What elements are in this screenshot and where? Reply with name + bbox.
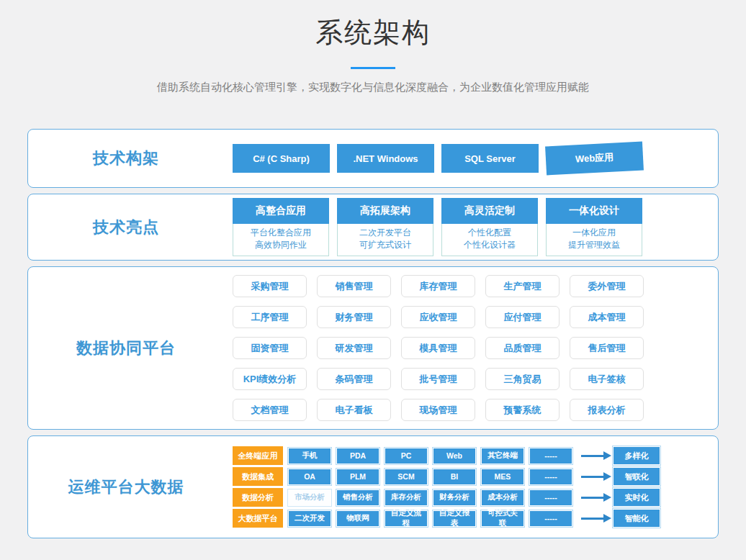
ops-rows: 全终端应用 手机 PDA PC Web 其它终端 ----- 多样化 数据集成 … xyxy=(233,446,660,528)
page-header: 系统架构 借助系统自动化核心管理引擎，实现数字化与信息化深度融合，为企业数值化管… xyxy=(0,0,746,94)
module-button[interactable]: 研发管理 xyxy=(317,337,391,359)
ops-item-button[interactable]: 销售分析 xyxy=(336,489,379,506)
ops-item-button[interactable]: 财务分析 xyxy=(433,489,476,506)
ops-item-button[interactable]: 二次开发 xyxy=(288,510,331,527)
page-subtitle: 借助系统自动化核心管理引擎，实现数字化与信息化深度融合，为企业数值化管理应用赋能 xyxy=(0,81,746,94)
ops-result-button[interactable]: 多样化 xyxy=(613,446,660,465)
ops-item-button[interactable]: 库存分析 xyxy=(385,489,428,506)
ops-item-button[interactable]: 成本分析 xyxy=(481,489,524,506)
right-arrow-icon xyxy=(581,476,604,478)
ops-category-label: 大数据平台 xyxy=(233,509,283,528)
title-underline xyxy=(351,67,395,69)
highlight-line: 个性化设计器 xyxy=(442,239,537,251)
highlight-card: 高灵活定制 个性化配置 个性化设计器 xyxy=(441,198,538,256)
highlight-line: 可扩充式设计 xyxy=(338,239,433,251)
module-button[interactable]: 委外管理 xyxy=(570,275,644,297)
ops-row-bigdata: 大数据平台 二次开发 物联网 自定义流程 自定义报表 可控式关联 ----- 智… xyxy=(233,509,660,528)
ops-row-integration: 数据集成 OA PLM SCM BI MES ----- 智联化 xyxy=(233,467,660,486)
module-button[interactable]: 现场管理 xyxy=(401,399,475,421)
section-highlights-label: 技术亮点 xyxy=(28,194,224,260)
sections: 技术构架 C# (C Sharp) .NET Windows SQL Serve… xyxy=(0,129,746,538)
module-button[interactable]: 品质管理 xyxy=(485,337,560,359)
module-grid-wrap: 采购管理 销售管理 库存管理 生产管理 委外管理 工序管理 财务管理 应收管理 … xyxy=(224,267,718,429)
highlight-card-body: 二次开发平台 可扩充式设计 xyxy=(337,224,433,256)
module-button[interactable]: 采购管理 xyxy=(233,275,307,297)
module-grid: 采购管理 销售管理 库存管理 生产管理 委外管理 工序管理 财务管理 应收管理 … xyxy=(233,275,644,421)
ops-item-button[interactable]: 其它终端 xyxy=(481,448,524,464)
section-tech-stack-label: 技术构架 xyxy=(28,130,224,187)
module-button[interactable]: 文档管理 xyxy=(233,399,307,421)
ops-row-terminals: 全终端应用 手机 PDA PC Web 其它终端 ----- 多样化 xyxy=(233,446,660,465)
tech-button-web[interactable]: Web应用 xyxy=(545,141,644,175)
module-button[interactable]: KPI绩效分析 xyxy=(233,368,307,390)
module-button[interactable]: 工序管理 xyxy=(233,306,307,328)
module-button[interactable]: 应付管理 xyxy=(485,306,560,328)
tech-button-dotnet[interactable]: .NET Windows xyxy=(337,144,434,173)
highlight-line: 高效协同作业 xyxy=(233,239,328,251)
ops-item-button[interactable]: 市场分析 xyxy=(288,489,331,506)
ops-item-button[interactable]: PC xyxy=(385,448,428,464)
right-arrow-icon xyxy=(581,455,604,457)
module-button[interactable]: 固资管理 xyxy=(233,337,307,359)
highlight-card: 一体化设计 一体化应用 提升管理效益 xyxy=(546,198,642,256)
highlight-card-body: 一体化应用 提升管理效益 xyxy=(546,224,642,256)
ops-category-label: 全终端应用 xyxy=(233,446,283,465)
ops-item-button[interactable]: 可控式关联 xyxy=(481,510,524,527)
module-button[interactable]: 条码管理 xyxy=(317,368,391,390)
ops-item-button[interactable]: PDA xyxy=(336,448,379,464)
module-button[interactable]: 售后管理 xyxy=(570,337,644,359)
section-data-platform-label: 数据协同平台 xyxy=(28,267,224,429)
ops-item-button[interactable]: OA xyxy=(288,469,331,485)
tech-button-csharp[interactable]: C# (C Sharp) xyxy=(233,144,330,173)
ops-category-label: 数据集成 xyxy=(233,467,283,486)
section-ops-platform-label: 运维平台大数据 xyxy=(28,436,224,538)
highlight-line: 个性化配置 xyxy=(442,227,537,239)
highlight-card-title: 高灵活定制 xyxy=(441,198,538,224)
ops-result-button[interactable]: 智能化 xyxy=(613,509,660,528)
module-button[interactable]: 财务管理 xyxy=(317,306,391,328)
tech-button-sqlserver[interactable]: SQL Server xyxy=(441,144,539,173)
tech-stack-buttons: C# (C Sharp) .NET Windows SQL Server Web… xyxy=(224,130,718,187)
section-data-platform: 数据协同平台 采购管理 销售管理 库存管理 生产管理 委外管理 工序管理 财务管… xyxy=(27,266,719,430)
page-title: 系统架构 xyxy=(0,14,746,51)
ops-item-more-button[interactable]: ----- xyxy=(529,489,572,506)
ops-item-button[interactable]: 自定义流程 xyxy=(385,510,428,527)
highlight-card-body: 个性化配置 个性化设计器 xyxy=(441,224,538,256)
module-button[interactable]: 生产管理 xyxy=(485,275,560,297)
highlight-line: 平台化整合应用 xyxy=(233,227,328,239)
ops-item-button[interactable]: Web xyxy=(433,448,476,464)
module-button[interactable]: 库存管理 xyxy=(401,275,475,297)
ops-result-button[interactable]: 智联化 xyxy=(613,467,660,486)
ops-item-more-button[interactable]: ----- xyxy=(529,448,572,464)
ops-item-button[interactable]: 手机 xyxy=(288,448,331,464)
ops-item-button[interactable]: 物联网 xyxy=(336,510,379,527)
ops-item-button[interactable]: BI xyxy=(433,469,476,485)
right-arrow-icon xyxy=(581,518,604,520)
section-tech-stack: 技术构架 C# (C Sharp) .NET Windows SQL Serve… xyxy=(27,129,719,188)
module-button[interactable]: 电子看板 xyxy=(317,399,391,421)
section-highlights: 技术亮点 高整合应用 平台化整合应用 高效协同作业 高拓展架构 二次开发平台 可… xyxy=(27,194,719,261)
module-button[interactable]: 模具管理 xyxy=(401,337,475,359)
module-button[interactable]: 批号管理 xyxy=(401,368,475,390)
highlight-line: 一体化应用 xyxy=(547,227,642,239)
ops-item-more-button[interactable]: ----- xyxy=(529,469,572,485)
module-button[interactable]: 预警系统 xyxy=(485,399,560,421)
highlight-line: 提升管理效益 xyxy=(547,239,642,251)
module-button[interactable]: 销售管理 xyxy=(317,275,391,297)
ops-item-button[interactable]: PLM xyxy=(336,469,379,485)
ops-category-label: 数据分析 xyxy=(233,488,283,507)
ops-rows-wrap: 全终端应用 手机 PDA PC Web 其它终端 ----- 多样化 数据集成 … xyxy=(224,436,718,538)
ops-result-button[interactable]: 实时化 xyxy=(613,488,660,507)
module-button[interactable]: 三角贸易 xyxy=(485,368,560,390)
ops-item-button[interactable]: SCM xyxy=(385,469,428,485)
module-button[interactable]: 报表分析 xyxy=(570,399,644,421)
ops-item-button[interactable]: MES xyxy=(481,469,524,485)
highlight-card-title: 高拓展架构 xyxy=(337,198,433,224)
right-arrow-icon xyxy=(581,497,604,499)
ops-item-more-button[interactable]: ----- xyxy=(529,510,572,527)
page: 系统架构 借助系统自动化核心管理引擎，实现数字化与信息化深度融合，为企业数值化管… xyxy=(0,0,746,560)
ops-item-button[interactable]: 自定义报表 xyxy=(433,510,476,527)
module-button[interactable]: 应收管理 xyxy=(401,306,475,328)
module-button[interactable]: 成本管理 xyxy=(570,306,644,328)
module-button[interactable]: 电子签核 xyxy=(570,368,644,390)
